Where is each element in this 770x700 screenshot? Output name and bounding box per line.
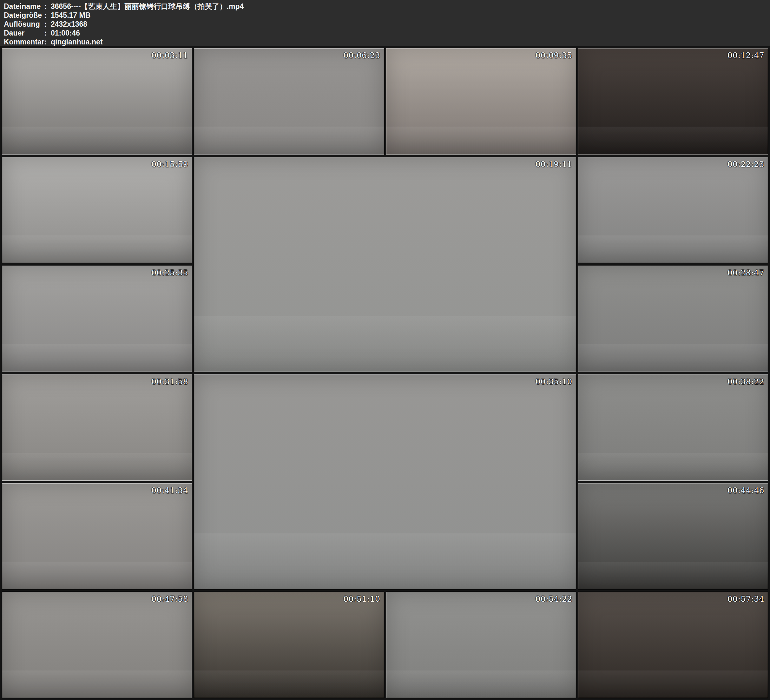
resolution-value: 2432x1368 [51,19,87,29]
filesize-label: Dateigröße [4,11,44,19]
thumbnail-timestamp: 00:28:47 [728,268,764,277]
duration-label: Dauer [4,29,44,37]
video-thumbnail: 00:15:59 [2,157,192,263]
duration-separator: : [44,29,51,37]
video-thumbnail: 00:54:22 [386,592,576,698]
comment-separator: : [44,37,51,46]
thumbnail-timestamp: 00:15:59 [151,160,188,169]
thumbnail-timestamp: 00:35:10 [535,377,572,386]
video-thumbnail: 00:06:23 [194,48,384,154]
video-thumbnail: 00:25:35 [2,266,192,372]
file-info-row-duration: Dauer : 01:00:46 [4,29,770,37]
thumbnail-timestamp: 00:25:35 [151,268,188,277]
filesize-separator: : [44,11,51,19]
file-info-row-comment: Kommentar : qinglanhua.net [4,37,770,46]
video-thumbnail: 00:35:10 [194,374,576,589]
video-thumbnail: 00:38:22 [578,374,768,481]
filename-value: 36656----【艺束人生】丽丽镣铐行口球吊缚（拍哭了）.mp4 [51,2,244,11]
thumbnail-timestamp: 00:57:34 [728,594,764,604]
video-thumbnail: 00:44:46 [578,483,768,590]
comment-label: Kommentar [4,37,44,46]
video-thumbnail: 00:41:34 [2,483,192,590]
filename-label: Dateiname [4,2,44,11]
resolution-separator: : [44,19,51,29]
thumbnail-timestamp: 00:51:10 [343,594,380,604]
thumbnail-timestamp: 00:19:11 [535,160,572,169]
thumbnail-timestamp: 00:31:58 [151,377,188,386]
thumbnail-timestamp: 00:47:58 [151,594,188,604]
video-thumbnail: 00:22:23 [578,157,768,263]
comment-value: qinglanhua.net [51,37,103,46]
duration-value: 01:00:46 [51,29,80,37]
video-thumbnail: 00:28:47 [578,266,768,372]
video-thumbnail: 00:19:11 [194,157,576,372]
file-info-header: Dateiname : 36656----【艺束人生】丽丽镣铐行口球吊缚（拍哭了… [0,0,770,46]
thumbnail-timestamp: 00:38:22 [728,377,764,386]
thumbnail-timestamp: 00:44:46 [728,486,764,495]
video-thumbnail: 00:51:10 [194,592,384,698]
filename-separator: : [44,2,51,11]
file-info-row-filesize: Dateigröße : 1545.17 MB [4,11,770,19]
video-thumbnail: 00:03:11 [2,48,192,154]
video-thumbnail: 00:57:34 [578,592,768,698]
video-thumbnail: 00:31:58 [2,374,192,481]
thumbnail-timestamp: 00:12:47 [728,51,764,60]
thumbnail-timestamp: 00:22:23 [728,160,764,169]
thumbnail-grid: 00:03:1100:06:2300:09:3500:12:4700:15:59… [0,46,770,700]
filesize-value: 1545.17 MB [51,11,91,19]
file-info-row-filename: Dateiname : 36656----【艺束人生】丽丽镣铐行口球吊缚（拍哭了… [4,2,770,11]
thumbnail-timestamp: 00:06:23 [343,51,380,60]
resolution-label: Auflösung [4,19,44,29]
thumbnail-timestamp: 00:41:34 [151,486,188,495]
video-thumbnail: 00:12:47 [578,48,768,154]
thumbnail-timestamp: 00:54:22 [535,594,572,604]
thumbnail-timestamp: 00:09:35 [535,51,572,60]
thumbnail-timestamp: 00:03:11 [151,51,188,60]
video-thumbnail: 00:09:35 [386,48,576,154]
file-info-row-resolution: Auflösung : 2432x1368 [4,19,770,29]
video-thumbnail: 00:47:58 [2,592,192,698]
